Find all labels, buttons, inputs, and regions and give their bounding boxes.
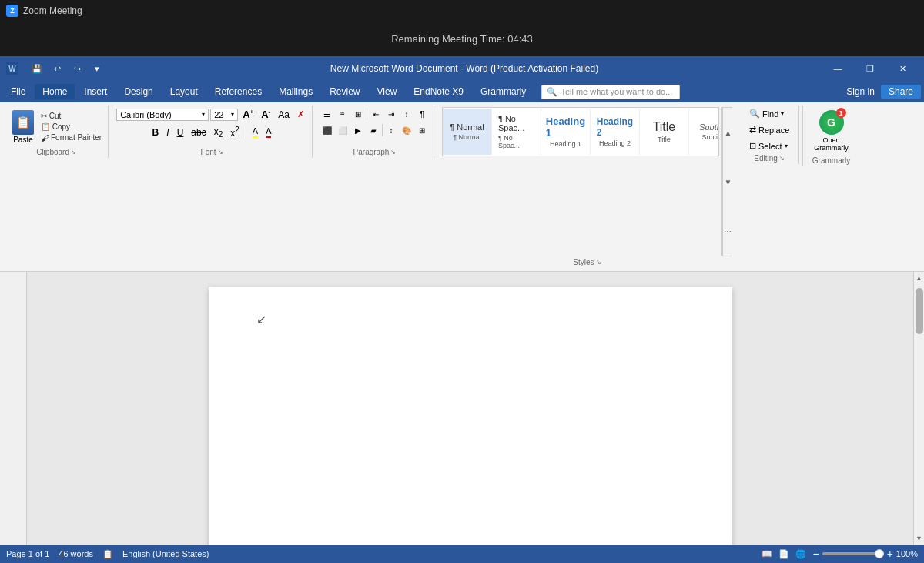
page-area[interactable]: ↙ Explain about history of IE. — [27, 272, 913, 545]
sign-in-btn[interactable]: Sign in — [846, 86, 875, 97]
highlight-btn[interactable]: A — [249, 125, 261, 139]
increase-indent-btn[interactable]: ⇥ — [384, 107, 398, 121]
style-no-spacing-preview: ¶ No Spac... — [498, 114, 534, 132]
styles-up-btn[interactable]: ▲ — [722, 108, 733, 157]
zoom-minus-btn[interactable]: − — [812, 548, 819, 560]
numbered-list-btn[interactable]: ≡ — [336, 107, 350, 121]
menu-grammarly[interactable]: Grammarly — [473, 84, 534, 99]
share-btn[interactable]: Share — [881, 85, 921, 99]
styles-more-btn[interactable]: ⋯ — [722, 206, 733, 256]
borders-btn[interactable]: ⊞ — [415, 123, 429, 137]
align-center-btn[interactable]: ⬜ — [336, 123, 350, 137]
font-name-dropdown-icon[interactable]: ▾ — [202, 111, 205, 118]
clipboard-expand-icon[interactable]: ↘ — [71, 149, 76, 156]
word-page[interactable]: ↙ Explain about history of IE. — [209, 287, 732, 545]
decrease-indent-btn[interactable]: ⇤ — [369, 107, 383, 121]
italic-btn[interactable]: I — [163, 126, 172, 139]
font-grow-btn[interactable]: A+ — [239, 107, 256, 122]
scroll-track[interactable] — [914, 284, 924, 532]
menu-review[interactable]: Review — [322, 84, 367, 99]
save-quick-btn[interactable]: 💾 — [28, 61, 46, 76]
tell-me-field[interactable]: 🔍 Tell me what you want to do... — [541, 85, 680, 99]
style-subtitle[interactable]: Subtitle Subtitle — [689, 109, 719, 155]
menu-view[interactable]: View — [370, 84, 405, 99]
zoom-title: Zoom Meeting — [23, 5, 82, 16]
show-marks-btn[interactable]: ¶ — [415, 107, 429, 121]
select-dropdown-icon[interactable]: ▾ — [785, 142, 788, 149]
bullet-list-btn[interactable]: ☰ — [320, 107, 334, 121]
line-spacing-btn[interactable]: ↕ — [384, 123, 398, 137]
undo-quick-btn[interactable]: ↩ — [48, 61, 66, 76]
zoom-thumb[interactable] — [875, 549, 884, 558]
scroll-down-btn[interactable]: ▼ — [914, 532, 925, 545]
vertical-scrollbar[interactable]: ▲ ▼ — [913, 272, 924, 545]
subscript-btn[interactable]: x2 — [211, 125, 226, 140]
menu-references[interactable]: References — [207, 84, 270, 99]
select-label: Select — [758, 142, 782, 151]
open-grammarly-label: Open Grammarly — [814, 136, 849, 152]
clipboard-group: 📋 Paste ✂ Cut 📋 Copy 🖌Format Painter Cli… — [5, 106, 109, 158]
format-painter-btn[interactable]: 🖌Format Painter — [39, 132, 103, 143]
style-heading2[interactable]: Heading 2 Heading 2 — [591, 109, 640, 155]
superscript-btn[interactable]: x2 — [227, 124, 243, 140]
replace-btn[interactable]: ⇄ Replace — [745, 123, 794, 136]
zoom-slider[interactable]: − + 100% — [812, 548, 918, 560]
styles-down-btn[interactable]: ▼ — [722, 157, 733, 206]
quick-access-toolbar: 💾 ↩ ↪ ▾ — [28, 61, 106, 76]
align-left-btn[interactable]: ⬛ — [320, 123, 334, 137]
find-dropdown-icon[interactable]: ▾ — [781, 110, 784, 117]
style-title[interactable]: Title Title — [640, 109, 689, 155]
editing-expand-icon[interactable]: ↘ — [779, 155, 785, 162]
sort-btn[interactable]: ↕ — [400, 107, 413, 121]
window-minimize-btn[interactable]: — — [822, 56, 853, 81]
font-size-selector[interactable]: 22 ▾ — [210, 109, 238, 121]
menu-design[interactable]: Design — [116, 84, 160, 99]
window-close-btn[interactable]: ✕ — [887, 56, 918, 81]
select-btn[interactable]: ⊡ Select ▾ — [745, 139, 792, 152]
zoom-plus-btn[interactable]: + — [887, 548, 893, 560]
copy-btn[interactable]: 📋 Copy — [39, 122, 103, 132]
open-grammarly-btn[interactable]: G 1 Open Grammarly — [808, 107, 855, 155]
editing-label: Editing ↘ — [754, 152, 785, 163]
print-layout-icon[interactable]: 📄 — [778, 549, 789, 559]
style-no-spacing[interactable]: ¶ No Spac... ¶ No Spac... — [492, 109, 541, 155]
style-heading1[interactable]: Heading 1 Heading 1 — [541, 109, 591, 155]
menu-layout[interactable]: Layout — [162, 84, 206, 99]
redo-quick-btn[interactable]: ↪ — [68, 61, 86, 76]
justify-btn[interactable]: ▰ — [367, 123, 380, 137]
web-layout-icon[interactable]: 🌐 — [795, 549, 806, 559]
font-shrink-btn[interactable]: A- — [258, 107, 273, 122]
find-btn[interactable]: 🔍 Find ▾ — [745, 107, 788, 120]
window-restore-btn[interactable]: ❐ — [855, 56, 886, 81]
bold-btn[interactable]: B — [149, 126, 162, 139]
clear-format-btn[interactable]: ✗ — [294, 108, 307, 121]
scroll-thumb[interactable] — [916, 288, 923, 334]
paragraph-expand-icon[interactable]: ↘ — [390, 149, 396, 156]
style-normal[interactable]: ¶ Normal ¶ Normal — [443, 109, 492, 155]
align-right-btn[interactable]: ▶ — [351, 123, 365, 137]
style-heading1-preview: Heading 1 — [546, 116, 585, 139]
menu-endnote[interactable]: EndNote X9 — [406, 84, 471, 99]
multilevel-list-btn[interactable]: ⊞ — [351, 107, 365, 121]
paste-btn[interactable]: 📋 Paste — [9, 109, 37, 146]
read-mode-icon[interactable]: 📖 — [762, 549, 772, 559]
shading-btn[interactable]: 🎨 — [400, 123, 413, 137]
font-case-btn[interactable]: Aa — [275, 108, 293, 122]
font-size-dropdown-icon[interactable]: ▾ — [231, 111, 234, 118]
font-color-btn[interactable]: A — [263, 125, 274, 139]
menu-mailings[interactable]: Mailings — [271, 84, 320, 99]
styles-expand-icon[interactable]: ↘ — [596, 259, 601, 266]
language: English (United States) — [122, 549, 209, 558]
scroll-up-btn[interactable]: ▲ — [914, 272, 925, 284]
menu-insert[interactable]: Insert — [76, 84, 115, 99]
menu-home[interactable]: Home — [35, 84, 75, 99]
menu-file[interactable]: File — [3, 84, 33, 99]
font-divider — [246, 126, 246, 139]
font-name-selector[interactable]: Calibri (Body) ▾ — [116, 109, 209, 121]
zoom-track[interactable] — [822, 552, 884, 555]
cut-btn[interactable]: ✂ Cut — [39, 111, 103, 121]
strikethrough-btn[interactable]: abc — [188, 126, 209, 139]
underline-btn[interactable]: U — [174, 126, 187, 139]
more-quick-btn[interactable]: ▾ — [88, 61, 106, 76]
font-expand-icon[interactable]: ↘ — [218, 149, 223, 156]
